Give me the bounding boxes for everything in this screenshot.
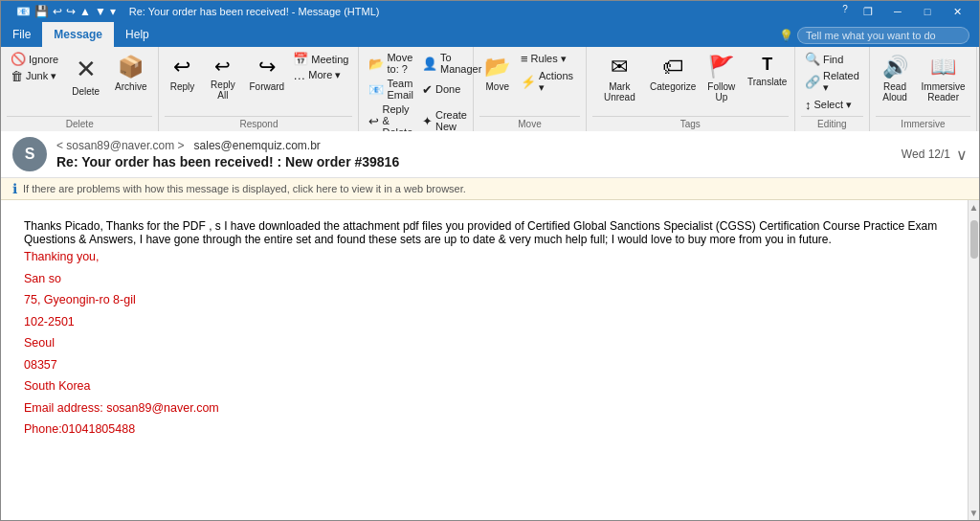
tell-me-input[interactable] [797, 27, 969, 44]
forward-button[interactable]: ↪ Forward [246, 51, 287, 96]
app-window: 📧 💾 ↩ ↪ ▲ ▼ ▾ Re: Your order has been re… [0, 0, 980, 521]
quick-steps-content: 📂 Move to: ? 👤 To Manager 📧 Team Email [365, 51, 467, 139]
save-icon[interactable]: 💾 [34, 5, 49, 18]
tags-group-label: Tags [592, 116, 789, 129]
team-email-button[interactable]: 📧 Team Email [365, 77, 417, 102]
more-respond-button[interactable]: … More ▾ [289, 67, 352, 83]
reply-button[interactable]: ↩ Reply [165, 51, 199, 96]
ignore-icon: 🚫 [11, 52, 26, 66]
reply-delete-icon: ↩ [368, 114, 379, 128]
outlook-icon: 📧 [16, 5, 31, 18]
meeting-button[interactable]: 📅 Meeting [289, 51, 352, 67]
related-button[interactable]: 🔗 Related ▾ [801, 69, 863, 95]
respond-group-buttons: ↩ Reply ↩ Reply All ↪ Forward 📅 [165, 51, 352, 114]
follow-up-button[interactable]: 🚩 Follow Up [699, 51, 744, 106]
respond-group-label: Respond [165, 116, 352, 129]
scroll-thumb[interactable] [970, 220, 978, 259]
undo-icon[interactable]: ↩ [53, 5, 62, 18]
follow-up-icon: 🚩 [708, 55, 734, 79]
categorize-icon: 🏷 [662, 55, 683, 79]
scroll-up-arrow[interactable]: ▲ [969, 202, 979, 213]
minimize-button[interactable]: ─ [883, 1, 912, 22]
immersive-reader-button[interactable]: 📖 Immersive Reader [916, 51, 970, 106]
email-meta: < sosan89@naver.com > sales@enemquiz.com… [56, 139, 399, 170]
move-group-buttons: 📂 Move ≡ Rules ▾ ⚡ Actions ▾ [479, 51, 579, 114]
maximize-button[interactable]: □ [913, 1, 942, 22]
tab-message[interactable]: Message [42, 22, 114, 47]
rules-icon: ≡ [521, 52, 528, 66]
junk-icon: 🗑 [11, 69, 23, 83]
info-bar-text: If there are problems with how this mess… [23, 183, 466, 194]
ribbon-group-immersive: 🔊 Read Aloud 📖 Immersive Reader Immersiv… [870, 47, 977, 131]
ignore-button[interactable]: 🚫 Ignore [7, 51, 62, 67]
find-icon: 🔍 [805, 52, 820, 66]
email-signature: Thanking you, San so 75, Gyeongin-ro 8-g… [24, 246, 945, 441]
email-header-left: S < sosan89@naver.com > sales@enemquiz.c… [12, 137, 399, 171]
team-email-icon: 📧 [368, 82, 384, 97]
scroll-down-arrow[interactable]: ▼ [969, 508, 979, 518]
tab-help[interactable]: Help [114, 22, 161, 47]
email-header: S < sosan89@naver.com > sales@enemquiz.c… [1, 131, 979, 178]
ribbon-group-respond: ↩ Reply ↩ Reply All ↪ Forward 📅 [159, 47, 359, 131]
actions-button[interactable]: ⚡ Actions ▾ [517, 69, 580, 95]
down-icon[interactable]: ▼ [95, 5, 106, 18]
info-bar[interactable]: ℹ If there are problems with how this me… [1, 178, 979, 200]
select-button[interactable]: ↕ Select ▾ [801, 97, 856, 113]
read-aloud-button[interactable]: 🔊 Read Aloud [876, 51, 914, 106]
move-to-icon: 📂 [368, 57, 384, 71]
email-body[interactable]: Thanks Picado, Thanks for the PDF , s I … [1, 200, 968, 520]
archive-button[interactable]: 📦 Archive [109, 51, 152, 96]
translate-icon: T [762, 55, 772, 75]
rules-button[interactable]: ≡ Rules ▾ [517, 51, 580, 67]
archive-icon: 📦 [118, 55, 144, 79]
body-text-1: Thanks Picado, Thanks for the PDF , s I … [24, 219, 527, 233]
email-scroll-area: Thanks Picado, Thanks for the PDF , s I … [1, 200, 979, 520]
quick-access-toolbar: 📧 💾 ↩ ↪ ▲ ▼ ▾ [9, 3, 123, 20]
body-text-2: I have gone through the entire set and f… [136, 233, 831, 246]
redo-icon[interactable]: ↪ [66, 5, 76, 18]
delete-button[interactable]: ✕ Delete [66, 51, 105, 101]
find-button[interactable]: 🔍 Find [801, 51, 847, 67]
move-to-button[interactable]: 📂 Move to: ? [365, 51, 417, 76]
categorize-button[interactable]: 🏷 Categorize [649, 51, 697, 96]
titlebar-left: 📧 💾 ↩ ↪ ▲ ▼ ▾ Re: Your order has been re… [9, 3, 379, 20]
up-icon[interactable]: ▲ [79, 5, 91, 18]
sig-line-8: Email address: sosan89@naver.com [24, 397, 945, 419]
info-icon: ℹ [12, 181, 17, 196]
move-icon: 📂 [484, 55, 510, 79]
sig-line-2: San so [24, 268, 945, 290]
move-group-label: Move [479, 116, 579, 129]
titlebar-title: Re: Your order has been received! - Mess… [129, 6, 380, 17]
immersive-reader-icon: 📖 [930, 55, 956, 79]
email-content-area: S < sosan89@naver.com > sales@enemquiz.c… [1, 131, 979, 520]
editing-group-buttons: 🔍 Find 🔗 Related ▾ ↕ Select ▾ [801, 51, 863, 114]
mark-unread-button[interactable]: ✉ Mark Unread [592, 51, 648, 106]
reply-all-button[interactable]: ↩ Reply All [201, 51, 244, 104]
restore-button[interactable]: ❐ [854, 1, 882, 22]
translate-button[interactable]: T Translate [746, 51, 789, 91]
move-button[interactable]: 📂 Move [479, 51, 515, 96]
select-icon: ↕ [805, 98, 812, 112]
create-new-icon: ✦ [422, 114, 433, 128]
help-icon[interactable]: ? [837, 1, 853, 16]
immersive-group-label: Immersive [876, 116, 970, 129]
expand-header-icon[interactable]: ∨ [956, 146, 968, 164]
done-icon: ✔ [422, 82, 433, 97]
read-aloud-icon: 🔊 [882, 55, 908, 79]
ribbon-group-editing: 🔍 Find 🔗 Related ▾ ↕ Select ▾ Editing [795, 47, 870, 131]
ribbon-group-move: 📂 Move ≡ Rules ▾ ⚡ Actions ▾ [474, 47, 586, 131]
ribbon: 🚫 Ignore 🗑 Junk ▾ ✕ Delete 📦 [1, 47, 979, 131]
delete-icon: ✕ [76, 55, 97, 84]
sig-line-4: 102-2501 [24, 311, 945, 333]
ribbon-group-tags: ✉ Mark Unread 🏷 Categorize 🚩 Follow Up T… [587, 47, 795, 131]
junk-button[interactable]: 🗑 Junk ▾ [7, 68, 62, 84]
tab-file[interactable]: File [1, 22, 42, 47]
scrollbar[interactable]: ▲ ▼ [968, 200, 979, 520]
respond-small-buttons: 📅 Meeting … More ▾ [289, 51, 352, 83]
close-button[interactable]: ✕ [943, 1, 971, 22]
customize-icon[interactable]: ▾ [110, 5, 116, 18]
editing-group-label: Editing [801, 116, 863, 129]
avatar: S [12, 137, 47, 171]
lightbulb-icon: 💡 [779, 29, 793, 42]
more-icon: … [293, 68, 305, 82]
